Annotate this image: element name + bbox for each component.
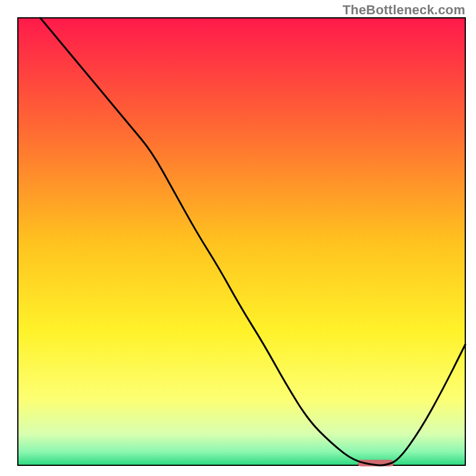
watermark-text: TheBottleneck.com [343, 2, 465, 18]
chart-container: TheBottleneck.com [0, 0, 476, 476]
plot-background [18, 18, 465, 465]
bottleneck-chart [0, 0, 476, 476]
